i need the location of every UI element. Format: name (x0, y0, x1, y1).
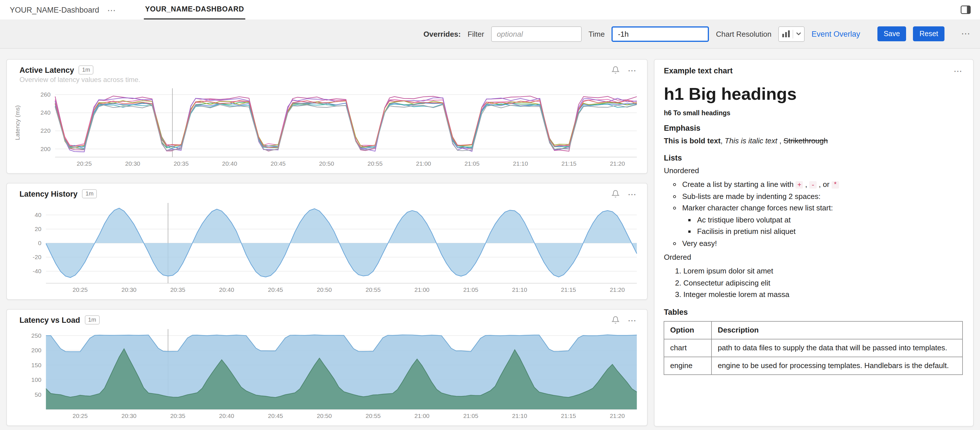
chart-plot[interactable]: 5010015020025020:2520:3020:3520:4020:452… (13, 325, 641, 422)
dashboard-app: YOUR_NAME-Dashboard ⋯ YOUR_NAME-DASHBOAR… (0, 0, 980, 430)
md-list-item-text: , (803, 180, 809, 189)
md-list-item-text: Marker character change forces new list … (682, 204, 833, 212)
time-label: Time (589, 30, 605, 38)
svg-text:-40: -40 (33, 268, 41, 274)
tab-dashboard[interactable]: YOUR_NAME-DASHBOARD (144, 0, 245, 19)
md-h1: h1 Big headings (664, 84, 963, 104)
md-table: Option Description chart path to data fi… (664, 321, 963, 375)
svg-text:21:05: 21:05 (465, 160, 480, 167)
table-row: chart path to data files to supply the d… (664, 339, 963, 357)
svg-text:20:30: 20:30 (121, 412, 137, 419)
chart-subtitle: Overview of latency values across time. (19, 76, 640, 84)
alert-bell-icon[interactable] (612, 316, 620, 324)
svg-text:20:25: 20:25 (77, 160, 92, 167)
svg-text:21:20: 21:20 (610, 287, 625, 293)
dashboard-menu-icon[interactable]: ⋯ (107, 5, 116, 14)
table-cell-option: chart (664, 339, 712, 357)
alert-bell-icon[interactable] (612, 190, 620, 198)
svg-text:20:35: 20:35 (170, 287, 185, 293)
md-unordered-list: Create a list by starting a line with + … (664, 180, 963, 249)
time-input[interactable] (611, 26, 709, 41)
alert-bell-icon[interactable] (612, 66, 620, 74)
svg-text:21:00: 21:00 (416, 160, 431, 167)
chart-menu-icon[interactable]: ⋯ (628, 315, 637, 324)
md-code-plus: + (796, 182, 803, 189)
md-ordered-item: Lorem ipsum dolor sit amet (683, 266, 963, 277)
latency-history-chart[interactable]: -40-200204020:2520:3020:3520:4020:4520:5… (13, 198, 641, 296)
svg-text:20:45: 20:45 (268, 287, 283, 293)
overrides-label: Overrides: (423, 30, 461, 38)
tab-dashboard-label: YOUR_NAME-DASHBOARD (145, 5, 244, 13)
md-tables-heading: Tables (664, 307, 963, 316)
md-list-item: Create a list by starting a line with + … (682, 180, 963, 190)
table-header-description: Description (712, 321, 963, 339)
md-nested-list: Ac tristique libero volutpat at Facilisi… (682, 215, 963, 237)
svg-text:20:50: 20:50 (317, 412, 332, 419)
svg-text:0: 0 (38, 240, 41, 246)
svg-text:20:45: 20:45 (270, 160, 286, 167)
latency-vs-load-chart[interactable]: 5010015020025020:2520:3020:3520:4020:452… (13, 325, 641, 422)
md-ordered-item: Consectetur adipiscing elit (683, 278, 963, 288)
svg-text:20:55: 20:55 (366, 412, 381, 419)
svg-text:21:15: 21:15 (562, 160, 576, 167)
svg-text:20:25: 20:25 (73, 412, 88, 419)
table-cell-description: engine to be used for processing templat… (712, 357, 963, 375)
chart-card-latency-vs-load: Latency vs Load 1m ⋯ 5010015020025020:25… (6, 309, 648, 426)
save-button[interactable]: Save (877, 26, 906, 41)
md-ordered-list: Lorem ipsum dolor sit amet Consectetur a… (664, 266, 963, 300)
svg-text:150: 150 (31, 362, 41, 368)
dropdown-divider (792, 30, 793, 38)
svg-text:21:05: 21:05 (463, 412, 479, 419)
svg-text:20:30: 20:30 (125, 160, 140, 167)
md-emphasis-line: This is bold text, This is italic text ,… (664, 136, 963, 146)
side-panel-toggle-icon[interactable] (961, 5, 971, 14)
svg-text:220: 220 (40, 127, 51, 134)
svg-text:20:45: 20:45 (268, 412, 283, 419)
svg-text:21:20: 21:20 (610, 412, 625, 419)
dashboard-title[interactable]: YOUR_NAME-Dashboard (10, 5, 99, 14)
table-header-option: Option (664, 321, 712, 339)
markdown-content: h1 Big headings h6 To small headings Emp… (655, 75, 973, 375)
svg-text:21:00: 21:00 (414, 412, 430, 419)
table-cell-description: path to data files to supply the data th… (712, 339, 963, 357)
svg-text:20:35: 20:35 (173, 160, 189, 167)
md-italic-text: This is italic text (725, 137, 777, 145)
event-overlay-link[interactable]: Event Overlay (811, 30, 860, 38)
chart-card-active-latency: Active Latency 1m ⋯ Overview of latency … (6, 59, 648, 174)
md-list-item: Sub-lists are made by indenting 2 spaces… (682, 191, 963, 202)
svg-text:21:10: 21:10 (512, 412, 527, 419)
table-header-row: Option Description (664, 321, 963, 339)
md-separator: , (721, 137, 725, 145)
md-strike-text: Strikethrough (783, 137, 828, 145)
chart-menu-icon[interactable]: ⋯ (954, 67, 963, 75)
md-list-item: Marker character change forces new list … (682, 203, 963, 237)
table-row: engine engine to be used for processing … (664, 357, 963, 375)
svg-text:260: 260 (40, 91, 51, 98)
resolution-badge: 1m (82, 189, 97, 198)
resolution-badge: 1m (79, 65, 94, 75)
md-list-item: Ac tristique libero volutpat at (697, 215, 963, 225)
svg-text:20:40: 20:40 (219, 287, 234, 293)
filter-input[interactable] (491, 26, 582, 41)
chart-plot[interactable]: -40-200204020:2520:3020:3520:4020:4520:5… (13, 198, 641, 296)
charts-column: Active Latency 1m ⋯ Overview of latency … (6, 59, 648, 426)
chart-plot[interactable]: 20022024026020:2520:3020:3520:4020:4520:… (13, 84, 641, 170)
md-lists-heading: Lists (664, 154, 963, 162)
chart-title: Active Latency (19, 66, 74, 74)
svg-text:20: 20 (35, 226, 41, 232)
active-latency-chart[interactable]: 20022024026020:2520:3020:3520:4020:4520:… (13, 84, 641, 170)
chart-menu-icon[interactable]: ⋯ (628, 190, 637, 198)
chart-resolution-dropdown[interactable] (778, 26, 805, 41)
svg-text:240: 240 (40, 109, 51, 116)
chart-menu-icon[interactable]: ⋯ (628, 66, 637, 74)
svg-text:20:40: 20:40 (219, 412, 234, 419)
dashboard-grid: Active Latency 1m ⋯ Overview of latency … (0, 49, 980, 427)
md-ordered-label: Ordered (664, 252, 963, 263)
svg-text:21:15: 21:15 (561, 287, 576, 293)
svg-text:20:35: 20:35 (170, 412, 185, 419)
svg-text:40: 40 (35, 212, 41, 218)
reset-button[interactable]: Reset (913, 26, 945, 41)
md-list-item-text: Create a list by starting a line with (682, 180, 796, 189)
toolbar-menu-icon[interactable]: ⋯ (961, 29, 971, 38)
resolution-badge: 1m (85, 315, 100, 325)
